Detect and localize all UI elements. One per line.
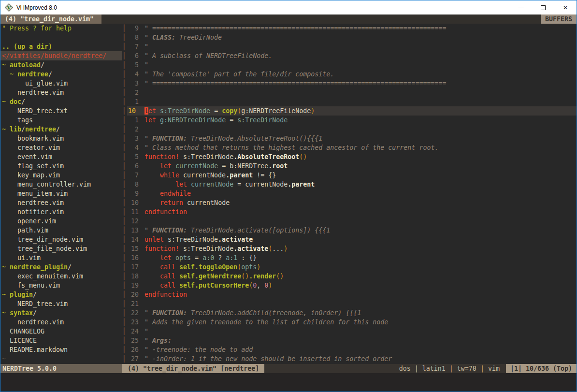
- file-node[interactable]: fs_menu.vim: [0, 281, 122, 290]
- file-node[interactable]: LICENCE: [0, 336, 122, 345]
- code-line[interactable]: 18 call self.getNerdtree().render(): [127, 272, 577, 281]
- titlebar[interactable]: V Vi IMproved 8.0 — ✕: [0, 0, 577, 15]
- file-node[interactable]: bookmark.vim: [0, 134, 122, 143]
- file-node[interactable]: exec_menuitem.vim: [0, 272, 122, 281]
- line-number: 7: [127, 42, 139, 51]
- code-line[interactable]: 20endfunction: [127, 290, 577, 299]
- code-line[interactable]: 23" Adds the given treenode to the list …: [127, 318, 577, 327]
- file-node[interactable]: notifier.vim: [0, 207, 122, 217]
- editor-rows: 9" =====================================…: [127, 24, 577, 363]
- file-node[interactable]: README.markdown: [0, 345, 122, 354]
- file-node[interactable]: NERD_tree.vim: [0, 299, 122, 308]
- vim-icon: V: [5, 3, 13, 12]
- file-node[interactable]: nerdtree.vim: [0, 318, 122, 327]
- code-line[interactable]: 26" -treenode: the node to add: [127, 345, 577, 354]
- file-node[interactable]: ui.vim: [0, 253, 122, 262]
- code-line[interactable]: 14unlet s:TreeDirNode.activate: [127, 235, 577, 244]
- updir-node[interactable]: .. (up a dir): [0, 42, 122, 51]
- line-number: 12: [127, 217, 139, 226]
- code-line[interactable]: 15function! s:TreeDirNode.activate(...): [127, 244, 577, 253]
- dir-node[interactable]: ~ plugin/: [0, 290, 122, 299]
- code-line[interactable]: 5function! s:TreeDirNode.AbsoluteTreeRoo…: [127, 152, 577, 161]
- dir-node[interactable]: ~ autoload/: [0, 60, 122, 70]
- line-number: 8: [127, 180, 139, 189]
- dir-node[interactable]: ~ lib/nerdtree/: [0, 125, 122, 134]
- file-node[interactable]: nerdtree.vim: [0, 88, 122, 97]
- code-line[interactable]: 5": [127, 60, 577, 70]
- line-number: 26: [127, 345, 139, 354]
- code-line-current[interactable]: 10let s:TreeDirNode = copy(g:NERDTreeFil…: [127, 106, 577, 116]
- line-number: 16: [127, 253, 139, 262]
- file-node[interactable]: event.vim: [0, 152, 122, 161]
- code-line[interactable]: 19 call self.putCursorHere(0, 0): [127, 281, 577, 290]
- code-line[interactable]: 24": [127, 327, 577, 336]
- dir-node[interactable]: ~ nerdtree/: [0, 70, 122, 79]
- code-line[interactable]: 27" -inOrder: 1 if the new node should b…: [127, 354, 577, 363]
- code-line[interactable]: 16 let opts = a:0 ? a:1 : {}: [127, 253, 577, 262]
- line-number: 15: [127, 244, 139, 253]
- line-number: 17: [127, 262, 139, 272]
- code-line[interactable]: 17 call self.toggleOpen(opts): [127, 262, 577, 272]
- code-line[interactable]: 21: [127, 299, 577, 308]
- code-line[interactable]: 4" Class method that returns the highest…: [127, 143, 577, 152]
- line-number: 20: [127, 290, 139, 299]
- code-line[interactable]: 6 let currentNode = b:NERDTree.root: [127, 161, 577, 171]
- file-node[interactable]: tags: [0, 116, 122, 125]
- minimize-button[interactable]: —: [510, 0, 532, 15]
- code-line[interactable]: 8 let currentNode = currentNode.parent: [127, 180, 577, 189]
- code-line[interactable]: 25" Args:: [127, 336, 577, 345]
- maximize-icon: [541, 5, 546, 10]
- code-line[interactable]: 6" A subclass of NERDTreeFileNode.: [127, 51, 577, 60]
- nerdtree-rows: " Press ? for help.. (up a dir)</vimfile…: [0, 24, 122, 363]
- code-line[interactable]: 7 while currentNode.parent != {}: [127, 171, 577, 180]
- code-line[interactable]: 1: [127, 97, 577, 106]
- code-line[interactable]: 10 return currentNode: [127, 198, 577, 207]
- code-line[interactable]: 1let g:NERDTreeDirNode = s:TreeDirNode: [127, 116, 577, 125]
- file-node[interactable]: creator.vim: [0, 143, 122, 152]
- line-number: 22: [127, 308, 139, 318]
- code-line[interactable]: 2: [127, 88, 577, 97]
- code-line[interactable]: 22" FUNCTION: TreeDirNode.addChild(treen…: [127, 308, 577, 318]
- code-line[interactable]: 12: [127, 217, 577, 226]
- code-line[interactable]: 7": [127, 42, 577, 51]
- file-node[interactable]: menu_controller.vim: [0, 180, 122, 189]
- line-number: 9: [127, 24, 139, 33]
- code-line[interactable]: 9 endwhile: [127, 189, 577, 198]
- line-number: 18: [127, 272, 139, 281]
- file-node[interactable]: path.vim: [0, 226, 122, 235]
- help-line: " Press ? for help: [0, 24, 122, 33]
- file-node[interactable]: ui_glue.vim: [0, 79, 122, 88]
- root-node[interactable]: </vimfiles/bundle/nerdtree/: [0, 51, 122, 60]
- dir-node[interactable]: ~ doc/: [0, 97, 122, 106]
- code-line[interactable]: 3" =====================================…: [127, 79, 577, 88]
- file-node[interactable]: CHANGELOG: [0, 327, 122, 336]
- editor-area: " Press ? for help.. (up a dir)</vimfile…: [0, 24, 577, 364]
- file-node[interactable]: NERD_tree.txt: [0, 106, 122, 116]
- code-line[interactable]: 13" FUNCTION: TreeDirNode.activate([opti…: [127, 226, 577, 235]
- code-line[interactable]: 11endfunction: [127, 207, 577, 217]
- editor-panel[interactable]: 9" =====================================…: [127, 24, 577, 364]
- code-line[interactable]: 3" FUNCTION: TreeDirNode.AbsoluteTreeRoo…: [127, 134, 577, 143]
- maximize-button[interactable]: [532, 0, 554, 15]
- close-button[interactable]: ✕: [554, 0, 577, 15]
- status-fileinfo: dos | latin1 | tw=78 | vim: [264, 364, 506, 373]
- code-line[interactable]: 2: [127, 125, 577, 134]
- code-line[interactable]: 4" The 'composite' part of the file/dir …: [127, 70, 577, 79]
- file-node[interactable]: opener.vim: [0, 217, 122, 226]
- dir-node[interactable]: ~ nerdtree_plugin/: [0, 262, 122, 272]
- svg-text:V: V: [7, 5, 11, 11]
- file-node[interactable]: flag_set.vim: [0, 161, 122, 171]
- code-line[interactable]: 9" =====================================…: [127, 24, 577, 33]
- status-nerdtree-version: NERDTree 5.0.0: [0, 364, 122, 373]
- dir-node[interactable]: ~ syntax/: [0, 308, 122, 318]
- tilde: ~: [0, 354, 122, 363]
- file-node[interactable]: nerdtree.vim: [0, 198, 122, 207]
- file-node[interactable]: tree_file_node.vim: [0, 244, 122, 253]
- code-line[interactable]: 8" CLASS: TreeDirNode: [127, 33, 577, 42]
- file-node[interactable]: tree_dir_node.vim: [0, 235, 122, 244]
- file-node[interactable]: menu_item.vim: [0, 189, 122, 198]
- tab-active[interactable]: (4) "tree_dir_node.vim": [0, 15, 101, 24]
- file-node[interactable]: key_map.vim: [0, 171, 122, 180]
- line-number: 27: [127, 354, 139, 363]
- vertical-split[interactable]: │││││││││││││││││││││││││││││││││││││: [122, 24, 127, 364]
